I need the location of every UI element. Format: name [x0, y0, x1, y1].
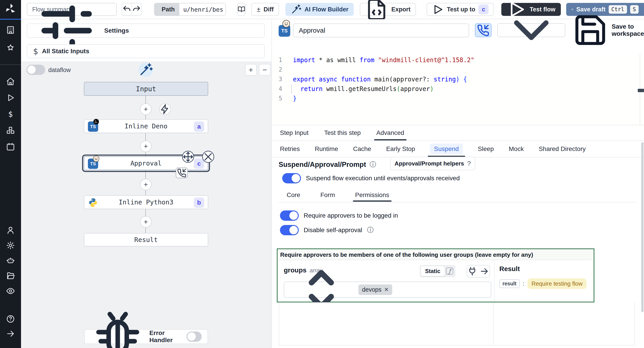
dataflow-toggle[interactable]: [26, 65, 45, 75]
play-icon[interactable]: [6, 93, 15, 102]
deploy-button-partial[interactable]: [639, 3, 644, 16]
docs-button[interactable]: [237, 3, 246, 16]
tab-step-input[interactable]: Step Input: [278, 125, 310, 140]
star-icon[interactable]: [6, 44, 15, 52]
approval-phone-button[interactable]: [475, 23, 492, 37]
all-static-inputs-button[interactable]: $All Static Inputs: [27, 44, 265, 58]
info-icon[interactable]: ⓘ: [370, 160, 376, 169]
folder-icon[interactable]: [6, 271, 15, 280]
function-icon[interactable]: ƒ: [445, 266, 454, 276]
error-handler-toggle[interactable]: [186, 332, 202, 342]
suspend-toggle-row: Suspend flow execution until events/appr…: [282, 173, 460, 184]
node-badge: b: [194, 198, 204, 208]
diff-button[interactable]: ±Diff: [251, 3, 279, 16]
tab-runtime[interactable]: Runtime: [314, 141, 340, 157]
tab-shared-directory[interactable]: Shared Directory: [537, 141, 587, 157]
disable-self-approval-label: Disable self-approval: [304, 226, 362, 234]
code-editor[interactable]: 1import * as wmill from "windmill-client…: [272, 54, 644, 125]
group-chip-devops[interactable]: devops✕: [358, 284, 392, 295]
disable-self-approval-toggle[interactable]: [280, 225, 299, 235]
code-line[interactable]: 3export async function main(approver?: s…: [272, 74, 644, 84]
tab-form[interactable]: Form: [319, 188, 336, 202]
gear-icon[interactable]: [6, 241, 15, 250]
tab-test-this-step[interactable]: Test this step: [323, 125, 362, 140]
app-sidebar: $: [0, 0, 21, 348]
chip-remove-icon[interactable]: ✕: [384, 286, 389, 293]
test-up-to-label: Test up to: [447, 6, 475, 13]
tab-label: Shared Directory: [539, 145, 586, 152]
delete-node-button[interactable]: [202, 151, 214, 163]
eye-icon[interactable]: [6, 286, 15, 296]
export-button[interactable]: Export: [360, 3, 416, 16]
building-icon[interactable]: [6, 26, 15, 34]
book-open-icon: [238, 6, 245, 13]
calendar-icon[interactable]: [6, 142, 15, 151]
test-up-to-button[interactable]: Test up toc: [427, 3, 494, 16]
step-kind-dropdown[interactable]: [497, 23, 565, 37]
tab-sleep[interactable]: Sleep: [476, 141, 495, 157]
tab-label: Step Input: [280, 129, 308, 136]
tab-advanced[interactable]: Advanced: [375, 125, 406, 140]
step-title-input[interactable]: [293, 24, 469, 37]
ai-flow-builder-button[interactable]: AI Flow Builder: [285, 3, 354, 16]
undo-button[interactable]: [122, 3, 132, 16]
help-icon[interactable]: [6, 314, 15, 324]
groups-array-input[interactable]: devops✕: [284, 282, 491, 298]
node-inline-deno[interactable]: TS Inline Deno a: [84, 119, 208, 133]
dollar-icon[interactable]: $: [6, 110, 15, 118]
add-step-button[interactable]: +: [140, 140, 152, 152]
home-icon[interactable]: [6, 77, 15, 86]
flow-settings-button[interactable]: Settings: [27, 24, 265, 38]
approval-prompt-helpers-button[interactable]: Approval/Prompt helpers ?: [390, 157, 475, 170]
tab-core[interactable]: Core: [285, 188, 302, 202]
node-result[interactable]: Result: [84, 233, 208, 246]
info-icon[interactable]: ⓘ: [367, 226, 374, 234]
bug-icon: [90, 310, 145, 348]
boxes-icon[interactable]: [6, 126, 15, 135]
robot-icon[interactable]: [6, 256, 15, 265]
line-number: 2: [272, 66, 288, 73]
ai-graph-wand-button[interactable]: [139, 62, 153, 77]
add-step-button[interactable]: +: [140, 103, 152, 115]
tab-mock[interactable]: Mock: [507, 141, 525, 157]
chip-label: devops: [362, 286, 382, 293]
zoom-out-button[interactable]: −: [259, 64, 270, 76]
windmill-logo-icon[interactable]: [5, 3, 16, 15]
magic-wand-icon: [291, 4, 302, 15]
move-node-button[interactable]: [182, 151, 194, 163]
tab-retries[interactable]: Retries: [278, 141, 301, 157]
save-to-workspace-button[interactable]: Save to workspace: [572, 23, 644, 37]
tab-suspend[interactable]: Suspend: [429, 141, 464, 157]
panel-scrollbar[interactable]: [641, 142, 644, 312]
code-line[interactable]: 5}: [272, 94, 644, 103]
static-option[interactable]: Static: [420, 266, 445, 276]
add-step-button[interactable]: +: [140, 179, 152, 190]
code-line[interactable]: 1import * as wmill from "windmill-client…: [272, 55, 644, 65]
tab-early-stop[interactable]: Early Stop: [385, 141, 416, 157]
suspend-flow-toggle[interactable]: [282, 173, 301, 184]
path-button[interactable]: Path u/henri/bes: [154, 3, 226, 16]
node-input[interactable]: Input: [84, 82, 208, 96]
result-value-pill: Require testing flow: [528, 278, 586, 289]
phone-incoming-badge[interactable]: [176, 168, 188, 178]
arrow-right-icon[interactable]: [6, 329, 15, 338]
tab-label: Cache: [353, 145, 371, 152]
tab-permissions[interactable]: Permissions: [354, 188, 390, 202]
node-inline-python[interactable]: Inline Python3 b: [84, 195, 208, 209]
connect-input-button[interactable]: [467, 265, 490, 278]
code-line[interactable]: 2: [272, 65, 644, 74]
redo-button[interactable]: [132, 3, 141, 16]
trigger-zap-button[interactable]: [159, 103, 171, 115]
require-logged-in-toggle[interactable]: [280, 210, 299, 221]
static-dynamic-switch[interactable]: Static ƒ: [420, 265, 456, 277]
windmill-flow-editor: $ Path u/henri/bes ±Diff AI Flow Builder…: [0, 0, 644, 348]
flow-graph: dataflow + − Input + TS Inline Deno a + …: [21, 62, 272, 348]
add-step-button[interactable]: +: [140, 216, 152, 228]
tab-cache[interactable]: Cache: [352, 141, 372, 157]
zoom-in-button[interactable]: +: [245, 64, 257, 76]
user-icon[interactable]: [6, 226, 15, 234]
divider: [278, 202, 636, 202]
code-line[interactable]: 4 return wmill.getResumeUrls(approver): [272, 84, 644, 94]
editor-scrollbar-thumb[interactable]: [638, 89, 644, 92]
error-handler-box[interactable]: Error Handler: [84, 329, 208, 344]
